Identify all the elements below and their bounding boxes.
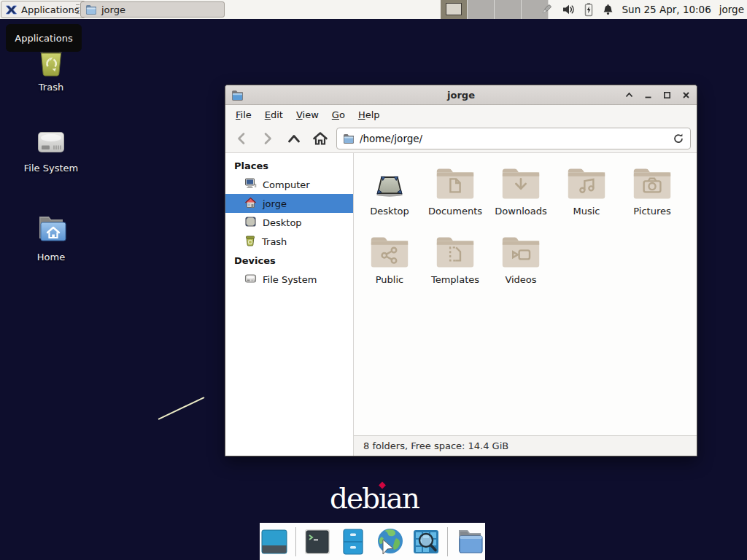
home-folder-icon [34, 213, 69, 249]
folder-icon [343, 133, 355, 144]
desktop-folder-icon [368, 166, 411, 203]
sidebar-item-desktop[interactable]: Desktop [225, 213, 353, 232]
videos-folder-icon [500, 235, 542, 272]
public-folder-icon [368, 235, 411, 272]
close-button[interactable] [681, 90, 691, 100]
session-username[interactable]: jorge [719, 4, 744, 15]
file-manager-window: jorge File Edit View Go Help [225, 85, 697, 456]
desktop-icon-file-system[interactable]: File System [16, 127, 86, 174]
pictures-folder-icon [631, 166, 673, 203]
app-finder-icon [411, 527, 441, 556]
menu-view[interactable]: View [290, 107, 325, 122]
statusbar-text: 8 folders, Free space: 14.4 GiB [363, 440, 508, 451]
clock[interactable]: Sun 25 Apr, 10:06 [622, 4, 711, 15]
debian-wordmark-part: an [387, 482, 419, 515]
window-controls [624, 90, 691, 100]
desktop-launcher[interactable] [260, 526, 289, 557]
desktop-icon-label: Trash [39, 82, 63, 93]
desktop-icon-label: File System [24, 163, 78, 174]
desktop-icon-label: Home [37, 252, 65, 262]
menu-edit[interactable]: Edit [259, 107, 289, 122]
system-tray: Sun 25 Apr, 10:06 jorge [539, 0, 745, 19]
globe-browser-icon [374, 526, 405, 557]
statusbar: 8 folders, Free space: 14.4 GiB [354, 435, 697, 456]
stylus-icon[interactable] [539, 2, 554, 17]
debian-wordmark-part: deb [330, 482, 379, 515]
menu-go[interactable]: Go [326, 107, 351, 122]
path-bar[interactable] [336, 128, 691, 149]
up-button[interactable] [284, 128, 304, 149]
xfce-menu-icon [5, 4, 18, 16]
bottom-dock [260, 523, 485, 560]
applications-menu-label: Applications [21, 4, 79, 15]
desktop-icon-home[interactable]: Home [16, 213, 86, 262]
back-button[interactable] [231, 128, 252, 149]
folder-item-pictures[interactable]: Pictures [619, 163, 685, 232]
folder-item-public[interactable]: Public [357, 232, 422, 300]
sidebar-item-label: File System [263, 274, 317, 285]
terminal-icon [303, 527, 332, 556]
folder-item-videos[interactable]: Videos [488, 232, 554, 300]
stray-line-artifact [158, 397, 204, 420]
sidebar-item-jorge[interactable]: jorge [225, 194, 353, 213]
file-cabinet-icon [340, 527, 366, 556]
sidebar-item-label: Desktop [263, 217, 302, 228]
sidebar-item-file-system[interactable]: File System [225, 270, 353, 289]
taskbar-handle [76, 4, 80, 15]
trash-small-icon [244, 235, 256, 249]
forward-button[interactable] [258, 128, 278, 149]
window-titlebar[interactable]: jorge [225, 85, 697, 105]
file-icon-view[interactable]: Desktop Documents [354, 153, 697, 435]
reload-icon[interactable] [673, 133, 684, 144]
folder-label: Documents [428, 206, 482, 217]
sidebar-header-places: Places [225, 156, 353, 175]
sidebar-item-trash[interactable]: Trash [225, 232, 353, 251]
workspace-2[interactable] [468, 0, 495, 19]
sidebar-header-devices: Devices [225, 251, 353, 270]
notifications-bell-icon[interactable] [602, 3, 614, 16]
menu-help[interactable]: Help [352, 107, 386, 122]
sidebar-item-label: Computer [263, 179, 310, 190]
folder-label: Downloads [495, 206, 546, 217]
home-icon [244, 197, 257, 211]
file-manager-launcher[interactable] [338, 526, 368, 557]
path-input[interactable] [360, 133, 667, 144]
folder-label: Desktop [370, 206, 409, 217]
home-button[interactable] [310, 128, 330, 149]
folder-item-desktop[interactable]: Desktop [357, 163, 422, 232]
volume-icon[interactable] [562, 3, 576, 16]
maximize-button[interactable] [662, 90, 672, 100]
sidebar-item-computer[interactable]: Computer [225, 175, 353, 194]
menu-file[interactable]: File [230, 107, 258, 122]
taskbar-window-button[interactable]: jorge [80, 1, 225, 18]
folder-item-downloads[interactable]: Downloads [488, 163, 554, 232]
minimize-button[interactable] [643, 90, 653, 100]
folder-item-templates[interactable]: Templates [422, 232, 488, 300]
sidebar: Places Computer [225, 153, 354, 456]
home-folder-launcher[interactable] [454, 526, 485, 557]
workspace-1[interactable] [441, 0, 468, 19]
app-finder-launcher[interactable] [411, 526, 441, 557]
terminal-launcher[interactable] [303, 526, 332, 557]
shade-button[interactable] [624, 90, 634, 100]
battery-charging-icon[interactable] [584, 2, 594, 17]
folder-label: Videos [505, 274, 536, 285]
toolbar [225, 124, 697, 153]
templates-folder-icon [434, 235, 476, 272]
applications-tooltip-text: Applications [15, 33, 72, 44]
folder-item-documents[interactable]: Documents [422, 163, 488, 232]
web-browser-launcher[interactable] [374, 526, 405, 557]
workspace-3[interactable] [495, 0, 522, 19]
folder-label: Templates [431, 274, 479, 285]
folder-label: Music [573, 206, 600, 217]
workspace-window-preview [446, 3, 462, 15]
sidebar-item-label: jorge [263, 198, 287, 209]
dock-separator [447, 527, 448, 556]
applications-menu-button[interactable]: Applications [1, 1, 85, 18]
desktop-place-icon [244, 216, 257, 230]
folder-item-music[interactable]: Music [554, 163, 619, 232]
hard-drive-icon [34, 127, 69, 160]
debian-wordmark-i: ı [379, 481, 386, 516]
sidebar-item-label: Trash [262, 236, 287, 247]
debian-wordmark: debıan [330, 481, 425, 518]
